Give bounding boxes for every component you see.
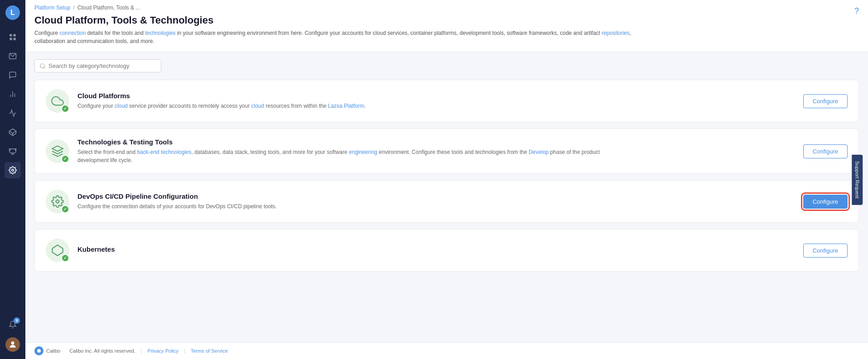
devops-title: DevOps CI/CD Pipeline Configuration — [77, 192, 795, 200]
tech-testing-icon — [46, 139, 69, 163]
svg-rect-3 — [14, 38, 16, 40]
cloud-platforms-icon — [46, 89, 69, 113]
backend-link[interactable]: back-end technologies — [137, 149, 191, 155]
cloud-platforms-configure-button[interactable]: Configure — [803, 94, 848, 108]
card-tech-testing: Technologies & Testing Tools Select the … — [34, 129, 859, 174]
devops-icon — [46, 190, 69, 213]
card-kubernetes: Kubernetes Configure — [34, 229, 859, 272]
sidebar-nav — [5, 29, 21, 316]
svg-point-11 — [11, 341, 14, 345]
tech-testing-action: Configure — [803, 144, 848, 158]
cloud-platforms-check — [61, 105, 69, 113]
connection-link[interactable]: connection — [59, 30, 86, 36]
svg-line-13 — [44, 67, 45, 68]
svg-point-12 — [40, 63, 44, 67]
devops-action: Configure — [803, 195, 848, 209]
kubernetes-body: Kubernetes — [77, 245, 795, 255]
footer-logo-icon — [34, 346, 43, 355]
user-avatar[interactable] — [5, 337, 20, 352]
search-input-wrapper — [34, 59, 161, 72]
footer-sep-1: | — [141, 348, 142, 354]
svg-rect-2 — [10, 38, 12, 40]
search-bar — [34, 59, 859, 72]
help-icon[interactable]: ? — [854, 6, 859, 16]
repositories-link[interactable]: repositories — [602, 30, 630, 36]
notification-bell[interactable]: 9 — [5, 316, 21, 333]
support-request-tab[interactable]: Support Request — [852, 154, 863, 205]
sidebar-item-components[interactable] — [5, 124, 21, 140]
kubernetes-action: Configure — [803, 244, 848, 258]
cloud-platforms-body: Cloud Platforms Configure your cloud ser… — [77, 92, 795, 110]
devops-configure-button[interactable]: Configure — [803, 195, 848, 209]
cloud-platforms-desc: Configure your cloud service provider ac… — [77, 102, 621, 110]
app-logo[interactable]: L — [5, 5, 20, 20]
svg-point-10 — [12, 169, 14, 172]
kubernetes-check — [61, 254, 69, 262]
develop-link[interactable]: Develop — [529, 149, 549, 155]
cloud-link-2[interactable]: cloud — [251, 103, 265, 109]
sidebar-item-chart[interactable] — [5, 86, 21, 102]
kubernetes-title: Kubernetes — [77, 245, 795, 253]
footer-terms-link[interactable]: Terms of Service — [191, 348, 228, 354]
lazsa-link-1[interactable]: Lazsa Platform — [328, 103, 364, 109]
sidebar-bottom: 9 — [5, 316, 21, 352]
sidebar-item-inbox[interactable] — [5, 48, 21, 64]
devops-body: DevOps CI/CD Pipeline Configuration Conf… — [77, 192, 795, 211]
card-cloud-platforms: Cloud Platforms Configure your cloud ser… — [34, 80, 859, 122]
cloud-platforms-title: Cloud Platforms — [77, 92, 795, 100]
footer: Calibo Calibo Inc. All rights reserved. … — [25, 342, 868, 359]
kubernetes-icon — [46, 239, 69, 262]
page-header: Platform Setup / Cloud Platform, Tools &… — [25, 0, 868, 52]
breadcrumb-separator: / — [73, 5, 74, 11]
breadcrumb: Platform Setup / Cloud Platform, Tools &… — [34, 5, 859, 11]
tech-testing-check — [61, 155, 69, 163]
page-title: Cloud Platform, Tools & Technologies — [34, 14, 859, 26]
footer-sep-2: | — [184, 348, 185, 354]
breadcrumb-current: Cloud Platform, Tools & ... — [77, 5, 140, 11]
search-input[interactable] — [48, 62, 156, 69]
kubernetes-configure-button[interactable]: Configure — [803, 244, 848, 258]
svg-point-16 — [37, 349, 41, 353]
sidebar-item-trophy[interactable] — [5, 143, 21, 159]
sidebar-item-analytics[interactable] — [5, 105, 21, 121]
svg-rect-0 — [10, 34, 12, 36]
footer-company: Calibo — [46, 348, 60, 354]
footer-privacy-link[interactable]: Privacy Policy — [148, 348, 178, 354]
technologies-link[interactable]: technologies — [145, 30, 175, 36]
sidebar: L — [0, 0, 25, 359]
search-icon — [39, 63, 46, 69]
devops-check — [61, 205, 69, 213]
notification-badge: 9 — [14, 317, 20, 324]
engineering-link[interactable]: engineering — [349, 149, 377, 155]
main-content: Platform Setup / Cloud Platform, Tools &… — [25, 0, 868, 359]
tech-testing-title: Technologies & Testing Tools — [77, 138, 795, 146]
svg-marker-15 — [52, 245, 63, 255]
tech-testing-desc: Select the front-end and back-end techno… — [77, 148, 621, 164]
svg-point-14 — [56, 200, 59, 203]
sidebar-item-settings[interactable] — [5, 162, 21, 178]
tech-testing-configure-button[interactable]: Configure — [803, 144, 848, 158]
sidebar-item-grid[interactable] — [5, 29, 21, 45]
card-devops-cicd: DevOps CI/CD Pipeline Configuration Conf… — [34, 180, 859, 223]
footer-copyright: Calibo Inc. All rights reserved. — [69, 348, 135, 354]
devops-desc: Configure the connection details of your… — [77, 202, 621, 211]
cloud-platforms-action: Configure — [803, 94, 848, 108]
footer-logo: Calibo — [34, 346, 60, 355]
page-description: Configure connection details for the too… — [34, 29, 660, 45]
svg-rect-1 — [14, 34, 16, 36]
cloud-link-1[interactable]: cloud — [115, 103, 128, 109]
tech-testing-body: Technologies & Testing Tools Select the … — [77, 138, 795, 164]
breadcrumb-platform-setup[interactable]: Platform Setup — [34, 5, 70, 11]
sidebar-item-chat[interactable] — [5, 67, 21, 83]
content-area: Cloud Platforms Configure your cloud ser… — [25, 52, 868, 342]
